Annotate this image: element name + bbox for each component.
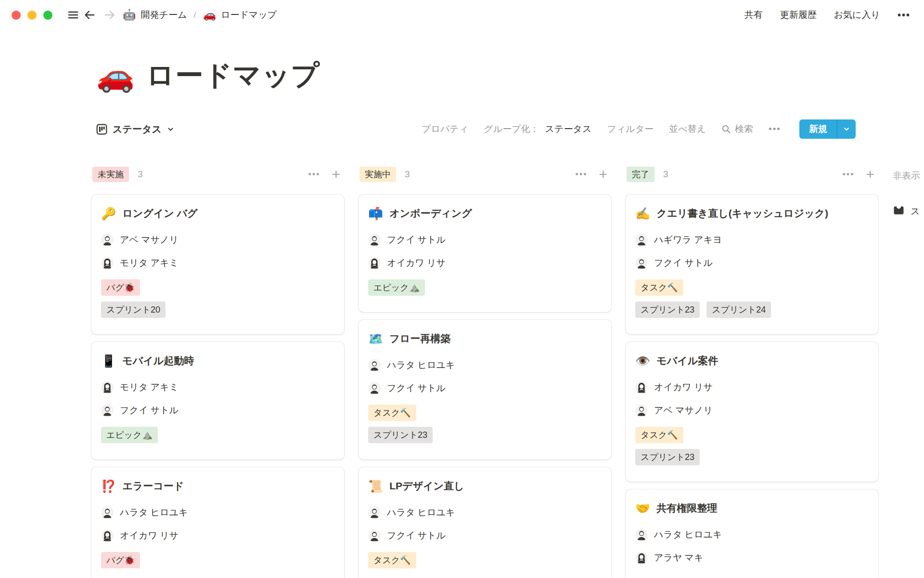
tag-row: タスク🔨	[368, 552, 602, 568]
new-button-label[interactable]: 新規	[799, 119, 837, 139]
hidden-group-item[interactable]: ス	[893, 204, 920, 219]
close-window-button[interactable]	[12, 11, 21, 20]
avatar	[368, 234, 381, 246]
minimize-window-button[interactable]	[27, 11, 37, 20]
groupby-value: ステータス	[545, 123, 592, 135]
column-actions: •••+	[843, 167, 874, 182]
person-name: フクイ サトル	[387, 529, 446, 542]
column-header: 未実施3•••+	[91, 167, 344, 182]
robot-emoji-icon: 🤖	[123, 10, 136, 20]
person-row: ハラタ ヒロユキ	[368, 506, 602, 519]
breadcrumb: 🤖 開発チーム / 🚗 ロードマップ	[123, 9, 277, 21]
search-button[interactable]: 検索	[721, 123, 753, 135]
avatar	[101, 404, 114, 417]
page-title[interactable]: ロードマップ	[146, 57, 320, 94]
card-emoji-icon: 📫	[368, 208, 383, 220]
kanban-card[interactable]: 🤝共有権限整理ハラタ ヒロユキアラヤ マキ	[626, 489, 878, 578]
avatar	[368, 382, 381, 394]
new-button-dropdown[interactable]	[837, 119, 856, 139]
kanban-card[interactable]: 📱モバイル起動時モリタ アキミフクイ サトルエピック⛰️	[91, 342, 344, 460]
search-icon	[721, 124, 731, 134]
person-row: モリタ アキミ	[101, 381, 334, 394]
column-count: 3	[138, 169, 143, 180]
person-name: フクイ サトル	[387, 234, 446, 246]
tag-badge: スプリント23	[635, 302, 700, 318]
avatar	[635, 528, 648, 541]
view-switcher[interactable]: ステータス	[96, 123, 174, 136]
person-row: フクイ サトル	[368, 529, 602, 542]
card-emoji-icon: 📜	[368, 480, 383, 492]
person-row: オイカワ リサ	[635, 381, 869, 394]
person-name: アラヤ マキ	[654, 552, 704, 564]
breadcrumb-item-roadmap[interactable]: 🚗 ロードマップ	[203, 9, 277, 21]
card-title-row: ✍️クエリ書き直し(キャッシュロジック)	[635, 205, 869, 222]
tag-badge: タスク🔨	[635, 427, 683, 443]
new-button[interactable]: 新規	[799, 119, 856, 139]
page-header: 🚗 ロードマップ	[96, 57, 924, 94]
sidebar-toggle-button[interactable]	[65, 7, 81, 23]
page-icon[interactable]: 🚗	[96, 60, 135, 91]
sort-button[interactable]: 並べ替え	[669, 123, 706, 135]
column-more-icon[interactable]: •••	[843, 170, 855, 180]
groupby-label: グループ化：	[484, 123, 539, 135]
board-column-2: 完了3•••+✍️クエリ書き直し(キャッシュロジック)ハギワラ アキヨフクイ サ…	[626, 167, 878, 578]
person-row: ハギワラ アキヨ	[635, 233, 869, 247]
tag-row: エピック⛰️	[368, 279, 602, 296]
card-title: エラーコード	[122, 479, 184, 493]
column-status-badge[interactable]: 未実施	[92, 167, 129, 182]
updates-button[interactable]: 更新履歴	[780, 9, 817, 21]
column-more-icon[interactable]: •••	[308, 170, 321, 180]
tag-badge: タスク🔨	[635, 279, 683, 296]
card-title: モバイル起動時	[122, 354, 194, 368]
kanban-card[interactable]: ⁉️エラーコードハラタ ヒロユキオイカワ リサバグ🐞	[91, 467, 344, 578]
chevron-down-icon	[843, 125, 850, 133]
tag-row: タスク🔨	[635, 279, 869, 296]
kanban-card[interactable]: ✍️クエリ書き直し(キャッシュロジック)ハギワラ アキヨフクイ サトルタスク🔨ス…	[626, 195, 878, 334]
filter-button[interactable]: フィルター	[607, 123, 654, 135]
column-more-icon[interactable]: •••	[576, 170, 588, 180]
hidden-groups-label[interactable]: 非表示	[893, 168, 920, 182]
toolbar-controls: プロパティ グループ化： ステータス フィルター 並べ替え 検索 ••• 新規	[422, 119, 856, 139]
share-button[interactable]: 共有	[744, 9, 763, 21]
column-header: 完了3•••+	[626, 167, 878, 182]
hidden-groups-section: 非表示ス	[893, 167, 920, 219]
forward-button[interactable]	[102, 7, 118, 23]
breadcrumb-item-team[interactable]: 🤖 開発チーム	[123, 9, 187, 21]
tag-row: エピック⛰️	[101, 427, 334, 443]
kanban-card[interactable]: 🔑ロングイン バグアベ マサノリモリタ アキミバグ🐞スプリント20	[91, 195, 344, 334]
more-options-icon[interactable]: •••	[898, 10, 911, 21]
column-add-icon[interactable]: +	[332, 167, 340, 182]
card-title: フロー再構築	[389, 332, 450, 345]
history-nav	[81, 7, 118, 23]
zoom-window-button[interactable]	[43, 11, 52, 20]
card-title: ロングイン バグ	[122, 207, 197, 220]
hidden-group-name: ス	[911, 205, 920, 218]
back-button[interactable]	[81, 7, 98, 23]
topbar-actions: 共有 更新履歴 お気に入り •••	[744, 9, 911, 21]
person-name: ハラタ ヒロユキ	[387, 359, 455, 371]
column-add-icon[interactable]: +	[866, 167, 874, 182]
column-status-badge[interactable]: 実施中	[359, 167, 396, 182]
tag-row: スプリント23	[368, 427, 602, 443]
card-title-row: 📱モバイル起動時	[101, 353, 334, 369]
favorite-button[interactable]: お気に入り	[834, 9, 880, 21]
card-title-row: 🗺️フロー再構築	[368, 330, 602, 347]
person-row: フクイ サトル	[635, 256, 869, 270]
kanban-card[interactable]: 👁️モバイル案件オイカワ リサアベ マサノリタスク🔨スプリント23	[626, 342, 878, 482]
card-emoji-icon: 🗺️	[368, 333, 383, 345]
card-title-row: 📜LPデザイン直し	[368, 478, 602, 494]
groupby-button[interactable]: グループ化： ステータス	[484, 123, 591, 135]
breadcrumb-label: 開発チーム	[141, 9, 187, 21]
person-row: ハラタ ヒロユキ	[101, 506, 334, 519]
column-add-icon[interactable]: +	[599, 167, 607, 182]
card-title: LPデザイン直し	[389, 479, 464, 493]
properties-button[interactable]: プロパティ	[422, 123, 468, 135]
person-name: フクイ サトル	[387, 382, 446, 394]
view-more-icon[interactable]: •••	[769, 124, 781, 134]
avatar	[101, 506, 114, 519]
breadcrumb-label: ロードマップ	[221, 9, 277, 21]
kanban-card[interactable]: 📫オンボーディングフクイ サトルオイカワ リサエピック⛰️	[359, 195, 611, 312]
kanban-card[interactable]: 📜LPデザイン直しハラタ ヒロユキフクイ サトルタスク🔨	[359, 467, 611, 578]
kanban-card[interactable]: 🗺️フロー再構築ハラタ ヒロユキフクイ サトルタスク🔨スプリント23	[359, 320, 611, 460]
column-status-badge[interactable]: 完了	[627, 167, 654, 182]
